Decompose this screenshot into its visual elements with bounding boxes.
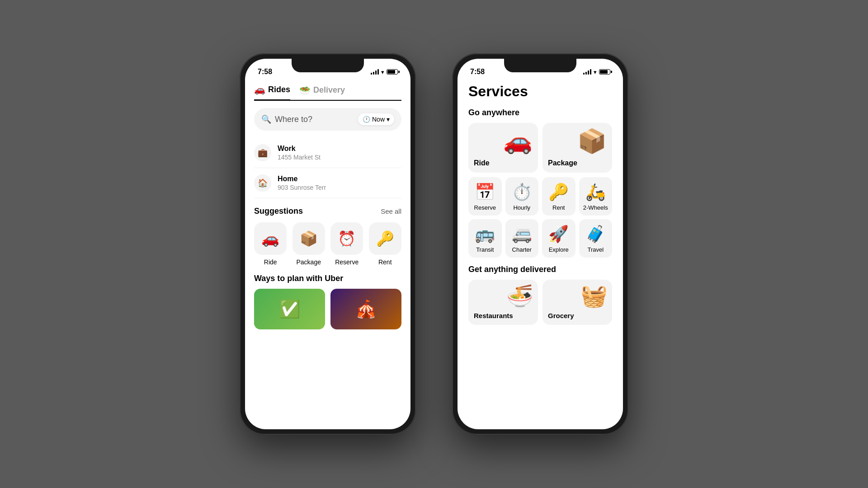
home-icon: 🏠: [254, 174, 271, 192]
suggestion-reserve[interactable]: ⏰ Reserve: [330, 222, 363, 266]
rent-card-label: Rent: [552, 204, 565, 211]
reserve-card-label: Reserve: [474, 204, 496, 211]
small-row-1: 📅 Reserve ⏱️ Hourly 🔑 Rent 🛵 2-Wheels: [468, 177, 612, 216]
ride-icon-box: 🚗: [254, 222, 287, 255]
package-card-label: Package: [548, 159, 607, 167]
explore-card-icon: 🚀: [548, 225, 569, 244]
work-icon: 💼: [254, 144, 271, 161]
travel-card-icon: 🧳: [585, 225, 606, 244]
suggestion-rent[interactable]: 🔑 Rent: [369, 222, 402, 266]
small-row-2: 🚌 Transit 🚐 Charter 🚀 Explore 🧳 Travel: [468, 219, 612, 258]
rent-card-icon: 🔑: [548, 183, 569, 202]
home-label: Home: [278, 175, 326, 183]
suggestions-grid: 🚗 Ride 📦 Package ⏰ Reserve 🔑 Rent: [254, 222, 401, 266]
wifi-icon: ▾: [381, 69, 384, 75]
ways-card-festival[interactable]: 🎪: [330, 289, 401, 329]
phone-notch-2: [504, 59, 576, 72]
ways-title: Ways to plan with Uber: [254, 274, 401, 283]
restaurants-card-label: Restaurants: [474, 312, 533, 319]
home-address: 903 Sunrose Terr: [278, 184, 326, 191]
package-card-icon: 📦: [577, 127, 607, 155]
delivery-cards-row: 🍜 Restaurants 🧺 Grocery: [468, 280, 612, 325]
status-time-2: 7:58: [470, 68, 485, 76]
rent-label: Rent: [378, 258, 392, 266]
go-anywhere-title: Go anywhere: [468, 108, 612, 117]
delivery-card-restaurants[interactable]: 🍜 Restaurants: [468, 280, 538, 325]
rent-icon-box: 🔑: [369, 222, 401, 255]
services-title: Services: [468, 83, 612, 100]
reserve-label: Reserve: [335, 258, 359, 266]
phone-services: 7:58 ▾ Services Go anywhere: [452, 53, 628, 435]
rides-icon: 🚗: [254, 84, 265, 95]
suggestions-title: Suggestions: [254, 206, 303, 216]
ways-cards: ✅ 🎪: [254, 289, 401, 329]
battery-icon-2: [599, 69, 610, 75]
delivered-title: Get anything delivered: [468, 265, 612, 274]
suggestions-header: Suggestions See all: [254, 206, 401, 216]
service-card-rent[interactable]: 🔑 Rent: [542, 177, 576, 216]
hourly-card-icon: ⏱️: [512, 183, 532, 202]
search-icon: 🔍: [261, 114, 271, 124]
saved-places: 💼 Work 1455 Market St 🏠 Home 903 Sunrose…: [254, 138, 401, 198]
service-card-package[interactable]: 📦 Package: [542, 123, 612, 173]
status-icons-2: ▾: [583, 69, 610, 75]
clock-icon: 🕐: [363, 116, 370, 123]
service-card-travel[interactable]: 🧳 Travel: [579, 219, 613, 258]
search-placeholder: Where to?: [275, 115, 354, 124]
see-all-button[interactable]: See all: [381, 207, 401, 215]
large-cards-row: 🚗 Ride 📦 Package: [468, 123, 612, 173]
charter-card-label: Charter: [512, 246, 532, 253]
service-card-explore[interactable]: 🚀 Explore: [542, 219, 576, 258]
reserve-icon-box: ⏰: [330, 222, 363, 255]
tab-delivery[interactable]: 🥗 Delivery: [299, 84, 345, 101]
ways-card-schedule[interactable]: ✅: [254, 289, 325, 329]
service-card-reserve[interactable]: 📅 Reserve: [468, 177, 502, 216]
service-card-two-wheels[interactable]: 🛵 2-Wheels: [579, 177, 613, 216]
battery-icon: [387, 69, 398, 75]
ride-card-icon: 🚗: [503, 127, 533, 155]
service-card-charter[interactable]: 🚐 Charter: [505, 219, 539, 258]
reserve-card-icon: 📅: [475, 183, 495, 202]
time-pill[interactable]: 🕐 Now ▾: [358, 113, 394, 125]
two-wheels-card-icon: 🛵: [585, 183, 606, 202]
delivery-card-grocery[interactable]: 🧺 Grocery: [542, 280, 612, 325]
service-card-hourly[interactable]: ⏱️ Hourly: [505, 177, 539, 216]
transit-card-label: Transit: [476, 246, 494, 253]
phone-notch: [292, 59, 364, 72]
service-card-ride[interactable]: 🚗 Ride: [468, 123, 538, 173]
grocery-card-label: Grocery: [548, 312, 607, 319]
wifi-icon-2: ▾: [594, 69, 597, 75]
grocery-card-icon: 🧺: [580, 283, 608, 309]
service-card-transit[interactable]: 🚌 Transit: [468, 219, 502, 258]
signal-icon: [371, 69, 379, 75]
travel-card-label: Travel: [587, 246, 604, 253]
ride-card-label: Ride: [474, 159, 533, 167]
delivery-icon: 🥗: [299, 85, 311, 96]
package-label: Package: [297, 258, 321, 266]
search-bar[interactable]: 🔍 Where to? 🕐 Now ▾: [254, 108, 401, 131]
explore-card-label: Explore: [549, 246, 569, 253]
phone-rides: 7:58 ▾ 🚗 Rides: [240, 53, 416, 435]
restaurants-card-icon: 🍜: [506, 283, 533, 309]
charter-card-icon: 🚐: [512, 225, 532, 244]
transit-card-icon: 🚌: [475, 225, 495, 244]
work-address: 1455 Market St: [278, 154, 321, 161]
work-label: Work: [278, 145, 321, 153]
chevron-down-icon: ▾: [387, 116, 390, 123]
status-icons: ▾: [371, 69, 398, 75]
suggestion-ride[interactable]: 🚗 Ride: [254, 222, 287, 266]
two-wheels-card-label: 2-Wheels: [583, 204, 608, 211]
hourly-card-label: Hourly: [513, 204, 530, 211]
tab-rides[interactable]: 🚗 Rides: [254, 84, 290, 101]
ride-label: Ride: [264, 258, 277, 266]
tab-bar: 🚗 Rides 🥗 Delivery: [254, 79, 401, 101]
suggestion-package[interactable]: 📦 Package: [292, 222, 326, 266]
signal-icon-2: [583, 69, 591, 75]
saved-place-work[interactable]: 💼 Work 1455 Market St: [254, 138, 401, 168]
package-icon-box: 📦: [292, 222, 325, 255]
saved-place-home[interactable]: 🏠 Home 903 Sunrose Terr: [254, 168, 401, 198]
status-time: 7:58: [258, 68, 272, 76]
